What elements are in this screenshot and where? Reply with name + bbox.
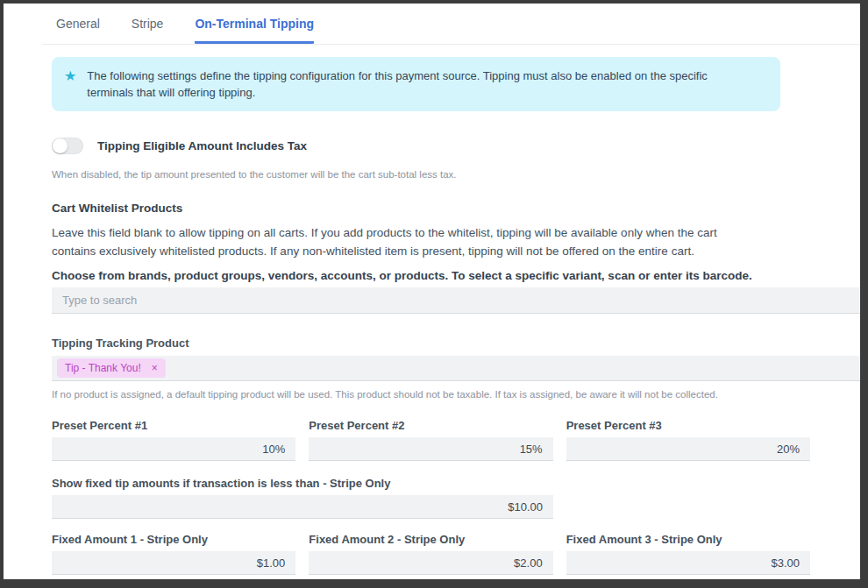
star-icon: ★ (64, 67, 76, 84)
fixed-amount-1-input[interactable] (52, 551, 295, 575)
fixed-amount-1-group: Fixed Amount 1 - Stripe Only (52, 533, 295, 575)
fixed-amount-2-group: Fixed Amount 2 - Stripe Only (309, 533, 552, 575)
preset-percent-3-label: Preset Percent #3 (566, 419, 810, 432)
threshold-label: Show fixed tip amounts if transaction is… (52, 477, 553, 490)
preset-percent-1-label: Preset Percent #1 (52, 419, 295, 432)
tab-divider (42, 44, 860, 45)
settings-window: General Stripe On-Terminal Tipping ★ The… (0, 0, 868, 588)
tab-general[interactable]: General (56, 17, 100, 44)
tracking-product-label: Tipping Tracking Product (52, 337, 860, 350)
fixed-amount-2-label: Fixed Amount 2 - Stripe Only (309, 533, 552, 546)
toggle-helper-text: When disabled, the tip amount presented … (52, 169, 860, 180)
tipping-tax-toggle[interactable] (52, 138, 83, 154)
info-banner: ★ The following settings define the tipp… (52, 57, 780, 111)
preset-percent-1-group: Preset Percent #1 (52, 419, 295, 461)
tracking-product-field[interactable]: Tip - Thank You! × (52, 356, 860, 381)
whitelist-heading: Cart Whitelist Products (52, 202, 860, 215)
tax-toggle-row: Tipping Eligible Amount Includes Tax (52, 138, 860, 154)
preset-percent-3-input[interactable] (566, 437, 810, 461)
toggle-label: Tipping Eligible Amount Includes Tax (97, 139, 307, 152)
tracking-helper-text: If no product is assigned, a default tip… (52, 389, 860, 400)
preset-percent-1-input[interactable] (52, 437, 295, 461)
toggle-knob (53, 138, 68, 153)
fixed-amount-3-group: Fixed Amount 3 - Stripe Only (566, 533, 810, 575)
fixed-amount-3-input[interactable] (566, 551, 810, 575)
threshold-input[interactable] (52, 495, 553, 519)
info-banner-text: The following settings define the tippin… (87, 67, 753, 101)
fixed-amount-1-label: Fixed Amount 1 - Stripe Only (52, 533, 295, 546)
preset-percent-2-label: Preset Percent #2 (309, 419, 552, 432)
fixed-amount-3-label: Fixed Amount 3 - Stripe Only (566, 533, 810, 546)
fixed-amount-2-input[interactable] (309, 551, 552, 575)
tab-panel-on-terminal-tipping: ★ The following settings define the tipp… (4, 57, 860, 588)
whitelist-choose-line: Choose from brands, product groups, vend… (52, 269, 823, 282)
preset-percent-2-input[interactable] (309, 437, 552, 461)
chip-text: Tip - Thank You! (65, 362, 141, 374)
whitelist-description: Leave this field blank to allow tipping … (52, 223, 753, 260)
tracking-product-chip: Tip - Thank You! × (57, 358, 166, 378)
tab-bar: General Stripe On-Terminal Tipping (4, 4, 860, 44)
tab-stripe[interactable]: Stripe (132, 17, 164, 44)
preset-percent-3-group: Preset Percent #3 (566, 419, 810, 461)
fixed-amount-row: Fixed Amount 1 - Stripe Only Fixed Amoun… (52, 533, 810, 575)
whitelist-search-input[interactable] (52, 287, 860, 314)
chip-close-icon[interactable]: × (152, 362, 158, 374)
preset-percent-row: Preset Percent #1 Preset Percent #2 Pres… (52, 419, 810, 461)
preset-percent-2-group: Preset Percent #2 (309, 419, 552, 461)
tab-on-terminal-tipping[interactable]: On-Terminal Tipping (195, 17, 314, 44)
threshold-group: Show fixed tip amounts if transaction is… (52, 477, 553, 519)
